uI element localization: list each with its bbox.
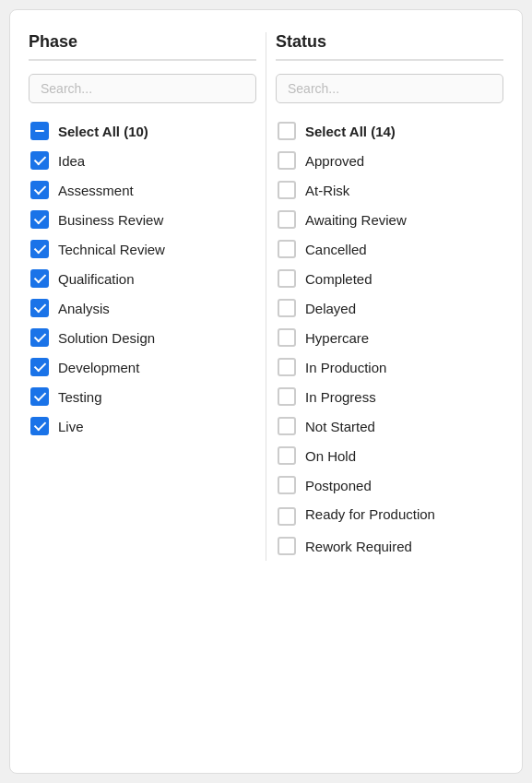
- status-item-label-4: Completed: [305, 271, 372, 287]
- status-list-item[interactable]: Ready for Production: [276, 500, 503, 531]
- phase-list-item[interactable]: Solution Design: [29, 323, 256, 352]
- phase-checkbox-9[interactable]: [30, 417, 49, 435]
- status-checkbox-3[interactable]: [278, 240, 296, 258]
- phase-item-label-3: Technical Review: [58, 242, 165, 257]
- status-list-item[interactable]: Rework Required: [276, 531, 503, 561]
- status-item-label-1: At-Risk: [305, 183, 349, 198]
- phase-list-item[interactable]: Testing: [29, 382, 256, 411]
- status-header: Status: [276, 32, 503, 61]
- status-checkbox-6[interactable]: [278, 328, 296, 347]
- phase-list-item[interactable]: Assessment: [29, 175, 256, 205]
- status-checkbox-2[interactable]: [278, 210, 296, 229]
- phase-search-input[interactable]: [29, 74, 256, 103]
- phase-select-all-row[interactable]: Select All (10): [29, 116, 256, 146]
- phase-list-item[interactable]: Idea: [29, 146, 256, 175]
- status-item-label-10: On Hold: [305, 448, 356, 464]
- status-checkbox-11[interactable]: [278, 476, 296, 494]
- phase-item-label-7: Development: [58, 360, 139, 375]
- status-list-item[interactable]: Cancelled: [276, 234, 503, 264]
- status-checkbox-0[interactable]: [278, 151, 296, 170]
- status-checkbox-1[interactable]: [278, 181, 296, 199]
- status-item-label-12: Ready for Production: [305, 505, 435, 524]
- status-checkbox-7[interactable]: [278, 358, 296, 376]
- phase-list-item[interactable]: Qualification: [29, 264, 256, 293]
- status-list-item[interactable]: On Hold: [276, 441, 503, 470]
- phase-checkbox-6[interactable]: [30, 328, 49, 347]
- phase-checkbox-8[interactable]: [30, 387, 49, 406]
- phase-checkbox-1[interactable]: [30, 181, 49, 199]
- phase-select-all-checkbox[interactable]: [30, 122, 49, 140]
- phase-select-all-label: Select All (10): [58, 124, 148, 139]
- status-list-item[interactable]: In Production: [276, 352, 503, 382]
- phase-column: Phase Select All (10) IdeaAssessmentBusi…: [29, 32, 256, 561]
- filter-panel: Phase Select All (10) IdeaAssessmentBusi…: [9, 9, 523, 774]
- status-list-item[interactable]: Awaiting Review: [276, 205, 503, 234]
- status-items-list: ApprovedAt-RiskAwaiting ReviewCancelledC…: [276, 146, 503, 561]
- phase-item-label-1: Assessment: [58, 183, 134, 198]
- status-column: Status Select All (14) ApprovedAt-RiskAw…: [276, 32, 503, 561]
- phase-list-item[interactable]: Business Review: [29, 205, 256, 234]
- phase-item-label-2: Business Review: [58, 212, 163, 228]
- status-checkbox-8[interactable]: [278, 387, 296, 406]
- status-item-label-7: In Production: [305, 360, 386, 375]
- status-list-item[interactable]: Postponed: [276, 470, 503, 500]
- status-list-item[interactable]: Approved: [276, 146, 503, 175]
- status-list-item[interactable]: In Progress: [276, 382, 503, 411]
- column-divider: [266, 32, 266, 561]
- phase-checkbox-3[interactable]: [30, 240, 49, 258]
- status-item-label-6: Hypercare: [305, 330, 369, 346]
- status-select-all-checkbox[interactable]: [278, 122, 296, 140]
- status-list-item[interactable]: Hypercare: [276, 323, 503, 352]
- status-list-item[interactable]: At-Risk: [276, 175, 503, 205]
- status-item-label-2: Awaiting Review: [305, 212, 407, 228]
- phase-item-label-9: Live: [58, 419, 84, 434]
- phase-checkbox-7[interactable]: [30, 358, 49, 376]
- status-item-label-3: Cancelled: [305, 242, 367, 257]
- phase-checkbox-0[interactable]: [30, 151, 49, 170]
- status-checkbox-4[interactable]: [278, 269, 296, 288]
- status-checkbox-5[interactable]: [278, 299, 296, 317]
- status-checkbox-9[interactable]: [278, 417, 296, 435]
- phase-list-item[interactable]: Development: [29, 352, 256, 382]
- status-item-label-9: Not Started: [305, 419, 375, 434]
- phase-item-label-6: Solution Design: [58, 330, 155, 346]
- status-item-label-11: Postponed: [305, 478, 372, 493]
- phase-item-label-5: Analysis: [58, 301, 110, 316]
- phase-items-list: IdeaAssessmentBusiness ReviewTechnical R…: [29, 146, 256, 441]
- phase-list-item[interactable]: Analysis: [29, 293, 256, 323]
- phase-checkbox-5[interactable]: [30, 299, 49, 317]
- status-checkbox-10[interactable]: [278, 446, 296, 465]
- status-select-all-row[interactable]: Select All (14): [276, 116, 503, 146]
- status-item-label-13: Rework Required: [305, 539, 412, 554]
- status-list-item[interactable]: Delayed: [276, 293, 503, 323]
- phase-checkbox-4[interactable]: [30, 269, 49, 288]
- status-checkbox-13[interactable]: [278, 537, 296, 555]
- phase-checkbox-2[interactable]: [30, 210, 49, 229]
- phase-header: Phase: [29, 32, 256, 61]
- status-checkbox-12[interactable]: [278, 507, 296, 526]
- phase-item-label-8: Testing: [58, 389, 102, 405]
- phase-item-label-0: Idea: [58, 153, 85, 169]
- phase-item-label-4: Qualification: [58, 271, 135, 287]
- status-item-label-5: Delayed: [305, 301, 356, 316]
- phase-list-item[interactable]: Live: [29, 411, 256, 441]
- status-select-all-label: Select All (14): [305, 124, 396, 139]
- status-item-label-8: In Progress: [305, 389, 376, 405]
- status-search-input[interactable]: [276, 74, 503, 103]
- phase-list-item[interactable]: Technical Review: [29, 234, 256, 264]
- status-list-item[interactable]: Not Started: [276, 411, 503, 441]
- status-list-item[interactable]: Completed: [276, 264, 503, 293]
- status-item-label-0: Approved: [305, 153, 364, 169]
